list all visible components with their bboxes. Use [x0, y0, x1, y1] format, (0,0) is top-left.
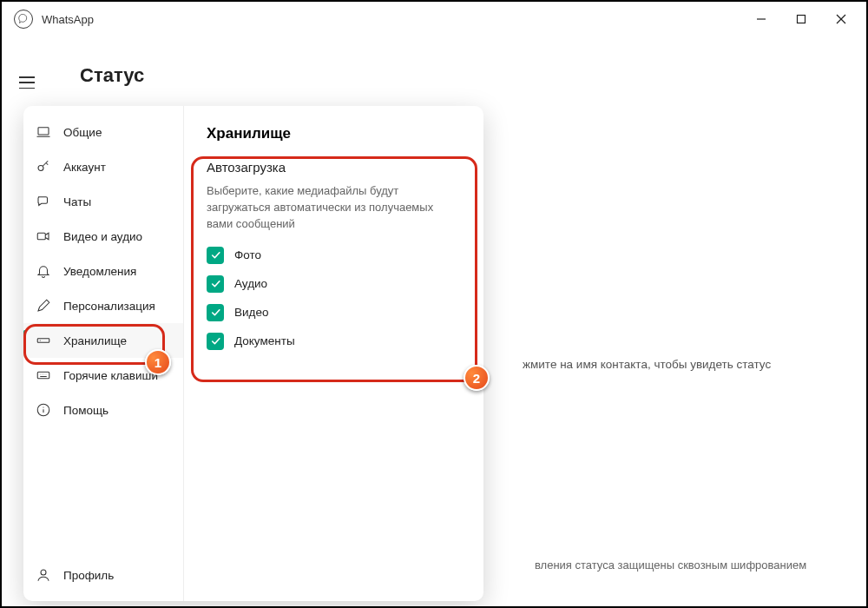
- background-footer: вления статуса защищены сквозным шифрова…: [535, 558, 806, 572]
- sidebar-item-label: Видео и аудио: [63, 230, 142, 243]
- svg-point-9: [40, 340, 41, 340]
- status-title: Статус: [80, 64, 144, 87]
- status-header: Статус: [71, 36, 849, 115]
- laptop-icon: [36, 124, 51, 140]
- checkbox-label: Фото: [234, 248, 261, 261]
- sidebar-item-video-audio[interactable]: Видео и аудио: [23, 219, 183, 254]
- sidebar-item-personalization[interactable]: Персонализация: [23, 288, 183, 323]
- sidebar-item-label: Общие: [63, 126, 102, 139]
- checkbox-row-documents[interactable]: Документы: [207, 333, 461, 350]
- sidebar-item-label: Персонализация: [63, 300, 155, 313]
- svg-point-14: [43, 373, 44, 374]
- minimize-button[interactable]: [741, 5, 781, 33]
- bell-icon: [36, 263, 51, 279]
- titlebar-left: WhatsApp: [14, 10, 94, 29]
- checkbox-label: Видео: [234, 306, 268, 319]
- sidebar-item-profile[interactable]: Профиль: [23, 558, 183, 592]
- checkbox-icon[interactable]: [207, 275, 224, 293]
- sidebar-item-label: Уведомления: [63, 265, 136, 278]
- sidebar-item-label: Аккаунт: [63, 161, 106, 174]
- svg-point-6: [38, 166, 43, 171]
- hamburger-icon[interactable]: [19, 76, 35, 89]
- svg-rect-10: [37, 372, 49, 379]
- svg-point-12: [40, 373, 41, 374]
- keyboard-icon: [36, 367, 51, 383]
- svg-rect-1: [798, 16, 806, 23]
- sidebar-item-help[interactable]: Помощь: [23, 393, 183, 427]
- auto-download-heading: Автозагрузка: [207, 160, 461, 175]
- window-controls: [741, 5, 861, 33]
- chat-icon: [36, 194, 51, 209]
- sidebar-item-notifications[interactable]: Уведомления: [23, 254, 183, 288]
- checkbox-row-video[interactable]: Видео: [207, 304, 461, 321]
- pencil-icon: [36, 298, 51, 314]
- checkbox-icon[interactable]: [207, 247, 224, 264]
- sidebar-item-label: Чаты: [63, 195, 91, 208]
- sidebar-item-account[interactable]: Аккаунт: [23, 149, 183, 184]
- settings-modal: Общие Аккаунт Чаты Видео и аудио Уведомл…: [23, 106, 483, 601]
- annotation-marker-2: 2: [464, 365, 490, 391]
- whatsapp-logo-icon: [14, 10, 33, 29]
- auto-download-desc: Выберите, какие медиафайлы будут загружа…: [207, 183, 461, 233]
- maximize-button[interactable]: [781, 5, 821, 33]
- camera-icon: [36, 228, 51, 244]
- auto-download-section: Автозагрузка Выберите, какие медиафайлы …: [207, 160, 461, 350]
- svg-point-15: [46, 373, 47, 374]
- titlebar: WhatsApp: [2, 2, 866, 36]
- checkbox-row-photo[interactable]: Фото: [207, 247, 461, 264]
- content-title: Хранилище: [207, 125, 461, 142]
- settings-content: Хранилище Автозагрузка Выберите, какие м…: [184, 106, 483, 601]
- annotation-marker-1: 1: [145, 349, 171, 375]
- sidebar-item-label: Помощь: [63, 404, 108, 417]
- checkbox-icon[interactable]: [207, 304, 224, 321]
- checkbox-label: Документы: [234, 334, 295, 347]
- titlebar-title: WhatsApp: [42, 13, 94, 26]
- checkbox-label: Аудио: [234, 277, 267, 290]
- profile-icon: [36, 567, 51, 583]
- svg-point-19: [41, 570, 46, 575]
- svg-rect-7: [37, 233, 45, 240]
- svg-rect-4: [38, 128, 49, 135]
- sidebar-item-label: Горячие клавиши: [63, 369, 158, 382]
- app-window: WhatsApp Статус жмите на имя контакта, ч…: [0, 0, 868, 608]
- checkbox-row-audio[interactable]: Аудио: [207, 275, 461, 293]
- key-icon: [36, 159, 51, 175]
- background-hint: жмите на имя контакта, чтобы увидеть ста…: [523, 358, 771, 371]
- svg-rect-8: [37, 339, 49, 343]
- sidebar-item-general[interactable]: Общие: [23, 115, 183, 149]
- storage-icon: [36, 333, 51, 348]
- sidebar-item-chats[interactable]: Чаты: [23, 184, 183, 219]
- sidebar-item-label: Профиль: [63, 569, 114, 582]
- sidebar-item-label: Хранилище: [63, 334, 127, 347]
- info-icon: [36, 402, 51, 418]
- checkbox-icon[interactable]: [207, 333, 224, 350]
- svg-point-18: [43, 406, 43, 407]
- svg-point-13: [42, 373, 43, 374]
- close-button[interactable]: [821, 5, 861, 33]
